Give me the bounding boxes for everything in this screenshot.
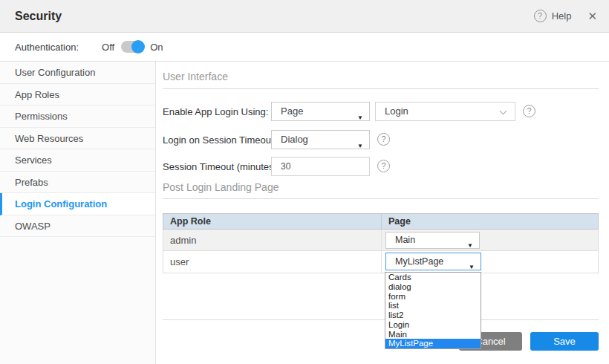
caret-down-icon: ▼ — [357, 109, 363, 127]
dialog-header: Security ? Help ✕ — [0, 0, 609, 33]
landing-page-table: App Role Page admin Main ▼ user MyListPa… — [163, 213, 599, 273]
dropdown-option-list[interactable]: list — [385, 301, 481, 311]
caret-down-icon: ▼ — [357, 137, 363, 155]
role-cell: admin — [163, 230, 382, 250]
admin-page-value: Main — [395, 235, 415, 245]
toggle-on-label: On — [150, 42, 163, 53]
section-divider — [163, 88, 599, 89]
page-cell: Main ▼ — [382, 230, 598, 250]
login-on-timeout-label: Login on Session Timeout: — [163, 134, 276, 146]
session-timeout-help-icon[interactable]: ? — [377, 160, 390, 172]
page-dropdown-list: Cards dialog form list list2 Login Main … — [385, 272, 481, 349]
sidebar-item-web-resources[interactable]: Web Resources — [0, 128, 155, 150]
dropdown-option-mylistpage[interactable]: MyListPage — [385, 339, 481, 348]
login-type-select[interactable]: Page ▼ — [271, 102, 370, 121]
chevron-down-icon — [500, 108, 507, 115]
toggle-off-label: Off — [102, 42, 114, 53]
help-icon[interactable]: ? — [534, 10, 547, 22]
table-row-admin: admin Main ▼ — [163, 230, 599, 251]
sidebar-item-login-configuration[interactable]: Login Configuration — [0, 193, 155, 215]
table-header-app-role: App Role — [163, 214, 382, 229]
page-title: Security — [15, 10, 62, 23]
authentication-label: Authentication: — [15, 42, 79, 53]
page-cell: MyListPage ▼ — [382, 251, 598, 273]
dropdown-option-list2[interactable]: list2 — [385, 311, 481, 320]
dropdown-option-cards[interactable]: Cards — [385, 273, 481, 282]
login-on-timeout-select[interactable]: Dialog ▼ — [271, 130, 370, 149]
sidebar-item-user-configuration[interactable]: User Configuration — [0, 62, 155, 84]
dropdown-option-main[interactable]: Main — [385, 330, 481, 339]
sidebar-item-permissions[interactable]: Permissions — [0, 105, 155, 128]
table-header-page: Page — [382, 214, 598, 229]
enable-app-login-label: Enable App Login Using: — [163, 106, 268, 117]
login-page-value: Login — [385, 105, 408, 117]
sidebar-item-services[interactable]: Services — [0, 149, 155, 172]
login-type-value: Page — [281, 105, 303, 117]
session-timeout-input[interactable] — [271, 157, 370, 176]
settings-sidebar: User Configuration App Roles Permissions… — [0, 62, 156, 364]
footer-divider — [163, 319, 599, 320]
login-on-timeout-help-icon[interactable]: ? — [377, 133, 390, 146]
sidebar-item-app-roles[interactable]: App Roles — [0, 84, 155, 106]
dropdown-option-form[interactable]: form — [385, 292, 481, 302]
section-title-post-login: Post Login Landing Page — [163, 181, 279, 193]
user-page-value: MyListPage — [395, 256, 443, 267]
user-page-select[interactable]: MyListPage ▼ — [385, 253, 481, 270]
table-header-row: App Role Page — [163, 213, 599, 230]
security-dialog: Security ? Help ✕ Authentication: Off On… — [0, 0, 609, 364]
dropdown-option-dialog[interactable]: dialog — [385, 282, 481, 292]
session-timeout-label: Session Timeout (minutes): — [163, 161, 280, 172]
role-cell: user — [163, 251, 382, 273]
authentication-toggle[interactable] — [121, 41, 143, 53]
authentication-bar: Authentication: Off On — [0, 33, 609, 62]
dropdown-option-login[interactable]: Login — [385, 320, 481, 330]
login-page-select[interactable]: Login — [375, 102, 515, 121]
toggle-knob — [131, 40, 145, 53]
header-actions: ? Help ✕ — [534, 10, 597, 23]
login-on-timeout-value: Dialog — [281, 134, 308, 145]
help-link[interactable]: Help — [552, 10, 572, 22]
table-row-user: user MyListPage ▼ — [163, 251, 599, 273]
sidebar-item-prefabs[interactable]: Prefabs — [0, 172, 155, 194]
section-divider — [163, 198, 599, 199]
admin-page-select[interactable]: Main ▼ — [385, 232, 480, 249]
sidebar-item-owasp[interactable]: OWASP — [0, 215, 155, 238]
enable-app-login-help-icon[interactable]: ? — [523, 105, 535, 117]
close-icon[interactable]: ✕ — [587, 10, 597, 23]
save-button[interactable]: Save — [530, 332, 599, 351]
section-title-user-interface: User Interface — [163, 71, 228, 82]
